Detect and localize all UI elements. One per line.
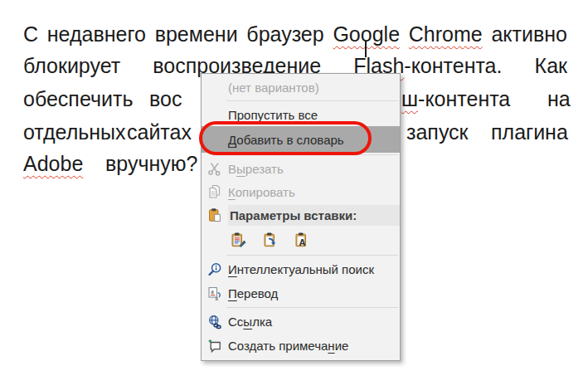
misspelled-word: Adobe: [23, 152, 83, 175]
smart-lookup-icon: [205, 261, 225, 278]
word-part: С: [23, 22, 38, 46]
label-text: нтеллектуальный поиск: [237, 262, 374, 276]
text-cursor: [365, 41, 367, 57]
document-word: Как: [535, 53, 567, 80]
menu-item-ignore-all[interactable]: Пропустить все: [202, 103, 400, 126]
menu-separator: [226, 307, 398, 308]
comment-icon: [205, 338, 225, 354]
svg-text:A: A: [299, 237, 305, 247]
word-part: времени: [155, 22, 238, 46]
word-part: недавнего: [47, 22, 146, 46]
link-icon: [205, 314, 225, 330]
menu-separator: [226, 154, 398, 155]
paste-keep-source-formatting-icon: [229, 232, 249, 248]
label-text: еревод: [237, 286, 279, 300]
menu-item-label: Добавить в словарь: [228, 133, 344, 147]
menu-item-copy[interactable]: Копировать: [202, 180, 400, 203]
document-word: активно: [491, 22, 567, 48]
document-text-fragment: на: [547, 86, 571, 111]
document-word: Chrome: [409, 22, 483, 48]
document-word: времени: [155, 22, 238, 48]
label-text: опировать: [236, 185, 295, 199]
menu-item-label: Создать примечание: [228, 339, 348, 353]
document-line: СнедавнеговременибраузерGoogleChromeакти…: [23, 22, 567, 48]
label-text: Создать примеча: [228, 339, 328, 353]
document-word: С: [23, 22, 38, 48]
document-text-fragment: запуск: [406, 120, 469, 144]
scissors-icon: [205, 160, 225, 177]
svg-text:a: a: [211, 288, 214, 295]
document-word: блокирует: [23, 53, 120, 80]
word-document-page: СнедавнеговременибраузерGoogleChromeакти…: [0, 0, 588, 371]
menu-item-label: Вырезать: [228, 162, 284, 176]
document-text-fragment: вос: [149, 86, 182, 111]
word-part: вос: [149, 87, 182, 110]
menu-item-smart-lookup[interactable]: Интеллектуальный поиск: [202, 257, 400, 281]
paste-keep-text-only-button[interactable]: A: [293, 231, 311, 249]
document-word: недавнего: [47, 22, 146, 48]
svg-text:я: я: [216, 295, 219, 301]
document-text-fragment: сайтах: [127, 120, 192, 144]
word-part: на: [547, 87, 571, 110]
word-part: вручную?: [105, 152, 197, 175]
accelerator-letter: ы: [243, 315, 252, 329]
label-text: Параметры вставки:: [230, 208, 357, 222]
word-part: -контента: [418, 87, 510, 110]
word-part: блокирует: [23, 54, 120, 77]
menu-item-link[interactable]: Ссылка: [202, 310, 400, 334]
menu-item-cut[interactable]: Вырезать: [202, 157, 400, 180]
misspelled-word: ш: [401, 87, 418, 110]
misspelled-word: Chrome: [409, 22, 483, 46]
menu-item-label: Пропустить все: [228, 108, 318, 122]
word-part: сайтах: [127, 120, 192, 144]
word-part: плагина: [491, 120, 568, 144]
word-part: браузер: [246, 22, 323, 46]
document-text-fragment: вручную?: [105, 151, 197, 176]
label-text: Сс: [228, 315, 243, 329]
document-text-fragment: обеспечить: [23, 86, 133, 111]
paste-merge-formatting-icon: [260, 232, 280, 248]
menu-item-label: Копировать: [228, 185, 295, 199]
label-text: ие: [335, 339, 349, 353]
copy-icon: [205, 183, 225, 200]
word-part: обеспечить: [23, 87, 133, 110]
paste-options-row: A: [202, 227, 400, 253]
label-text: резать: [245, 162, 284, 176]
accelerator-letter: ы: [236, 162, 245, 176]
document-word: браузер: [246, 22, 323, 48]
accelerator-letter: К: [228, 185, 236, 199]
paste-icon: [205, 207, 225, 223]
accelerator-letter: П: [228, 286, 237, 300]
document-text-fragment: ш-контента: [401, 86, 510, 111]
document-word: Google: [333, 22, 400, 48]
word-part: отдельных: [23, 120, 126, 144]
menu-separator: [226, 255, 398, 256]
menu-separator: [226, 100, 398, 101]
menu-item-translate[interactable]: aяПеревод: [202, 281, 400, 305]
menu-item-label: (нет вариантов): [228, 81, 319, 95]
menu-item-label: Ссылка: [228, 315, 272, 329]
document-text-fragment: плагина: [491, 120, 568, 144]
no-icon: [205, 79, 225, 95]
context-menu: (нет вариантов)Пропустить всеДобавить в …: [201, 73, 401, 361]
no-icon: [205, 131, 225, 148]
paste-keep-source-formatting-button[interactable]: [230, 231, 248, 249]
word-part: Как: [535, 54, 567, 77]
menu-item-new-comment[interactable]: Создать примечание: [202, 334, 400, 358]
label-text: ить все: [275, 108, 318, 122]
menu-item-label: Интеллектуальный поиск: [228, 262, 374, 276]
menu-item-label: Параметры вставки:: [228, 205, 400, 226]
label-text: В: [228, 162, 236, 176]
label-text: Пропус: [228, 108, 270, 122]
translate-icon: aя: [205, 286, 225, 302]
label-text: обавить в словарь: [236, 133, 343, 147]
document-text-fragment: отдельных: [23, 120, 126, 144]
misspelled-word: Google: [333, 22, 400, 46]
paste-merge-formatting-button[interactable]: [261, 231, 279, 249]
menu-item-paste-options-header: Параметры вставки:: [202, 203, 400, 227]
menu-item-add-to-dictionary[interactable]: Добавить в словарь: [202, 126, 400, 153]
accelerator-letter: н: [328, 339, 334, 353]
label-text: лка: [252, 315, 272, 329]
label-text: (нет вариантов): [228, 81, 319, 95]
accelerator-letter: Д: [228, 133, 236, 147]
